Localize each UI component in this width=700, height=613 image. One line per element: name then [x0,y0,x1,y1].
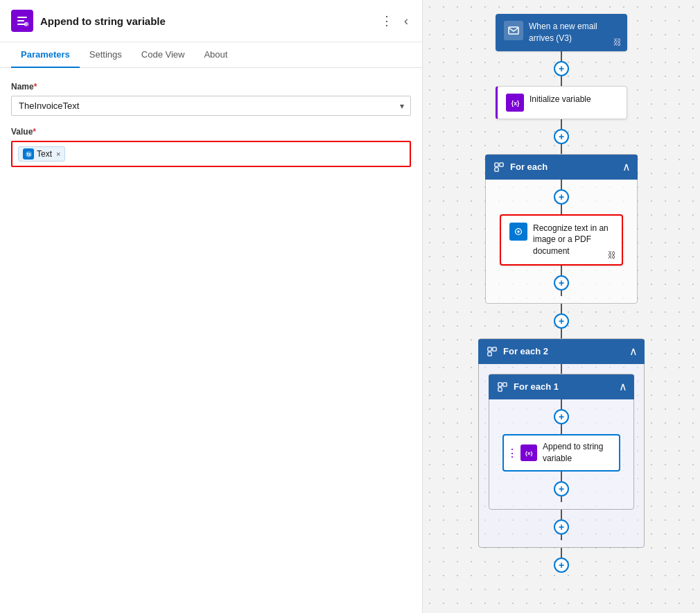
foreach-icon [492,160,506,174]
foreach1-icon [496,380,509,394]
foreach-inner: + Recognize text in an image or a PDF do… [500,180,623,296]
recognize-link-icon: ⛓ [608,250,616,260]
svg-rect-19 [498,388,502,391]
svg-text:fx: fx [26,152,30,157]
left-panel: {} Append to string variable ⋮ ‹ Paramet… [0,0,423,613]
svg-rect-1 [17,20,24,21]
foreach1-collapse-button[interactable]: ∧ [619,380,627,393]
name-label: Name* [11,82,411,92]
svg-rect-15 [493,347,496,351]
name-select[interactable]: TheInvoiceText [11,96,411,116]
connector-2: + [554,119,569,154]
more-options-button[interactable]: ⋮ [378,12,396,30]
svg-rect-16 [488,352,491,356]
append-to-string-node[interactable]: ⋮ {x} Append to string variable [502,434,620,472]
append-wrapper: ⋮ {x} Append to string variable [502,434,620,472]
name-field-group: Name* TheInvoiceText ▾ [11,82,411,116]
token-label: Text [37,149,52,159]
add-step-foreach-button[interactable]: + [554,189,569,205]
foreach-header[interactable]: For each ∧ [485,155,638,180]
email-trigger-node[interactable]: When a new email arrives (V3) ⛓ [496,14,627,51]
token-icon: fx [23,148,34,159]
svg-rect-17 [498,383,502,386]
connector-3: + [554,304,569,338]
foreach1-header[interactable]: For each 1 ∧ [489,374,634,399]
panel-header-actions: ⋮ ‹ [378,12,411,30]
email-node-label: When a new email arrives (V3) [529,21,619,44]
panel-header: {} Append to string variable ⋮ ‹ [0,0,422,42]
foreach1-inner-container: For each 1 ∧ + ⋮ [489,374,634,510]
svg-rect-10 [500,162,503,166]
variable-icon: {x} [506,94,524,112]
add-step-after-append-button[interactable]: + [554,481,569,497]
panel-title: Append to string variable [40,15,371,27]
svg-rect-9 [495,162,498,166]
svg-rect-14 [488,347,491,351]
foreach-collapse-button[interactable]: ∧ [622,160,631,173]
svg-text:{x}: {x} [525,450,533,456]
append-node-label: Append to string variable [543,441,612,465]
recognize-icon [509,223,527,241]
value-field-group: Value* fx Text × [11,127,411,167]
foreach1-inner: + ⋮ {x} [502,399,620,502]
foreach2-label: For each 2 [503,346,625,356]
value-label: Value* [11,127,411,137]
foreach-container: For each ∧ + Recognize text in an ima [485,154,638,304]
recognize-text-node[interactable]: Recognize text in an image or a PDF docu… [500,214,623,266]
token-chip: fx Text × [18,146,65,162]
right-panel: When a new email arrives (V3) ⛓ + {x} In… [423,0,700,613]
svg-text:{}: {} [26,22,28,26]
svg-rect-11 [495,167,498,171]
panel-body: Name* TheInvoiceText ▾ Value* fx [0,68,422,613]
connector-bottom: + [554,548,569,573]
svg-rect-18 [503,383,507,386]
foreach1-label: For each 1 [514,381,615,392]
tab-about[interactable]: About [194,42,237,68]
foreach2-icon [485,345,499,359]
svg-rect-7 [509,27,518,34]
tab-codeview[interactable]: Code View [132,42,195,68]
link-icon: ⛓ [613,37,622,47]
tab-settings[interactable]: Settings [80,42,132,68]
add-step-button-1[interactable]: + [554,61,569,76]
append-node-icon: {x} [520,444,537,461]
add-step-button-3[interactable]: + [554,313,569,329]
foreach2-outer-container: For each 2 ∧ For ea [478,338,645,548]
value-field[interactable]: fx Text × [11,141,411,167]
append-dots-icon: ⋮ [507,446,518,459]
add-step-foreach1-button[interactable]: + [554,409,569,424]
tab-parameters[interactable]: Parameters [11,42,80,68]
flow-canvas: When a new email arrives (V3) ⛓ + {x} In… [457,0,665,613]
connector-1: + [554,51,569,86]
foreach2-inner: For each 1 ∧ + ⋮ [489,364,634,540]
add-step-bottom-button[interactable]: + [554,558,569,573]
tab-bar: Parameters Settings Code View About [0,42,422,68]
initialize-node-label: Initialize variable [530,94,591,105]
foreach2-collapse-button[interactable]: ∧ [629,345,638,358]
email-icon [504,21,523,40]
svg-point-13 [517,230,520,233]
close-panel-button[interactable]: ‹ [401,12,411,30]
svg-rect-0 [17,17,27,18]
foreach-label: For each [510,162,618,172]
svg-text:{x}: {x} [511,99,520,106]
add-step-after-recognize-button[interactable]: + [554,275,569,291]
token-close-button[interactable]: × [56,150,60,158]
add-step-button-2[interactable]: + [554,129,569,144]
panel-icon: {} [11,10,33,32]
foreach2-header[interactable]: For each 2 ∧ [478,339,645,364]
name-select-wrapper: TheInvoiceText ▾ [11,96,411,116]
initialize-variable-node[interactable]: {x} Initialize variable [496,86,627,119]
add-step-foreach2-bottom-button[interactable]: + [554,519,569,535]
recognize-node-label: Recognize text in an image or a PDF docu… [533,223,613,257]
